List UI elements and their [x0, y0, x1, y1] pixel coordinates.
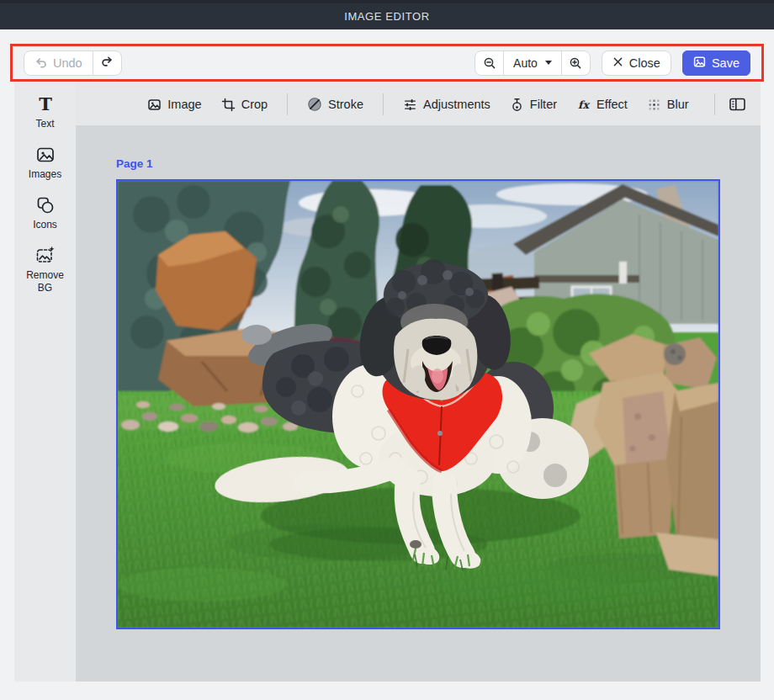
close-label: Close [629, 56, 660, 70]
sidebar-item-remove-bg[interactable]: Remove BG [14, 246, 76, 294]
toolbar-divider [383, 93, 384, 115]
svg-text:T: T [39, 94, 52, 114]
top-toolbar: Undo Auto [10, 44, 764, 82]
tool-image[interactable]: Image [147, 98, 201, 112]
sidebar-item-label: Text [35, 118, 54, 130]
editor-column: Image Crop Stroke [76, 83, 761, 681]
history-group: Undo [24, 50, 122, 76]
tool-blur[interactable]: Blur [647, 98, 689, 112]
undo-icon [34, 56, 47, 71]
canvas-photo-dog[interactable]: Black and white sheepadoodle dog wearing… [116, 179, 720, 629]
left-sidebar: T Text Images Icons [14, 83, 76, 681]
toolbar-divider [714, 93, 715, 115]
redo-button[interactable] [93, 50, 122, 76]
zoom-out-icon [483, 56, 496, 70]
main-area: T Text Images Icons [14, 83, 761, 681]
app-header: IMAGE EDITOR [0, 0, 774, 29]
undo-label: Undo [53, 56, 82, 70]
tool-label: Crop [241, 98, 268, 111]
panel-right-icon [729, 96, 746, 113]
zoom-in-button[interactable] [562, 51, 590, 75]
remove-bg-icon [35, 246, 56, 266]
tool-filter[interactable]: Filter [510, 98, 557, 112]
app-title: IMAGE EDITOR [344, 10, 430, 23]
zoom-level-dropdown[interactable]: Auto [503, 51, 562, 75]
save-button[interactable]: Save [682, 50, 750, 76]
close-button[interactable]: Close [602, 50, 671, 76]
dog-photo-illustration: Black and white sheepadoodle dog wearing… [118, 181, 718, 628]
tool-crop[interactable]: Crop [221, 98, 268, 112]
zoom-out-button[interactable] [475, 51, 503, 75]
sidebar-item-icons[interactable]: Icons [14, 195, 76, 231]
crop-icon [221, 98, 236, 112]
adjustments-icon [403, 98, 417, 112]
toolbar-divider [287, 93, 288, 115]
save-label: Save [712, 56, 740, 70]
undo-button[interactable]: Undo [24, 50, 93, 76]
sidebar-item-label: Remove BG [20, 269, 71, 294]
close-icon [612, 56, 623, 70]
icons-icon [35, 195, 56, 215]
tool-adjustments[interactable]: Adjustments [403, 98, 490, 112]
tool-label: Filter [530, 98, 557, 111]
tool-label: Image [167, 98, 201, 111]
canvas-area[interactable]: Page 1 Black and white sheepadoodle dog … [76, 125, 761, 681]
edit-toolbar: Image Crop Stroke [76, 83, 761, 125]
sidebar-item-images[interactable]: Images [14, 145, 76, 181]
tool-stroke[interactable]: Stroke [307, 97, 363, 112]
tool-label: Effect [596, 98, 628, 111]
stroke-icon [307, 97, 322, 112]
sidebar-item-label: Images [29, 168, 61, 181]
image-editor-app: IMAGE EDITOR Undo [0, 0, 774, 700]
blur-icon [647, 98, 661, 112]
effect-fx-icon: fx [576, 98, 591, 112]
image-icon [147, 98, 162, 112]
tool-label: Blur [667, 98, 689, 111]
text-icon: T [35, 94, 56, 114]
sidebar-item-text[interactable]: T Text [14, 94, 76, 130]
sidebar-item-label: Icons [33, 219, 57, 231]
tool-label: Stroke [328, 98, 363, 111]
save-image-icon [693, 56, 706, 71]
tool-effect[interactable]: fx Effect [576, 98, 628, 112]
chevron-down-icon [545, 61, 552, 65]
filter-icon [510, 98, 524, 112]
page-label[interactable]: Page 1 [116, 157, 153, 170]
zoom-level-value: Auto [513, 56, 538, 70]
images-icon [35, 145, 56, 165]
redo-icon [101, 56, 114, 71]
toolbar-right-group: Auto Close [474, 50, 750, 76]
svg-text:fx: fx [578, 98, 590, 110]
panel-toggle-button[interactable] [714, 83, 746, 125]
zoom-control: Auto [474, 50, 591, 76]
zoom-in-icon [569, 56, 582, 70]
tool-label: Adjustments [423, 98, 490, 111]
